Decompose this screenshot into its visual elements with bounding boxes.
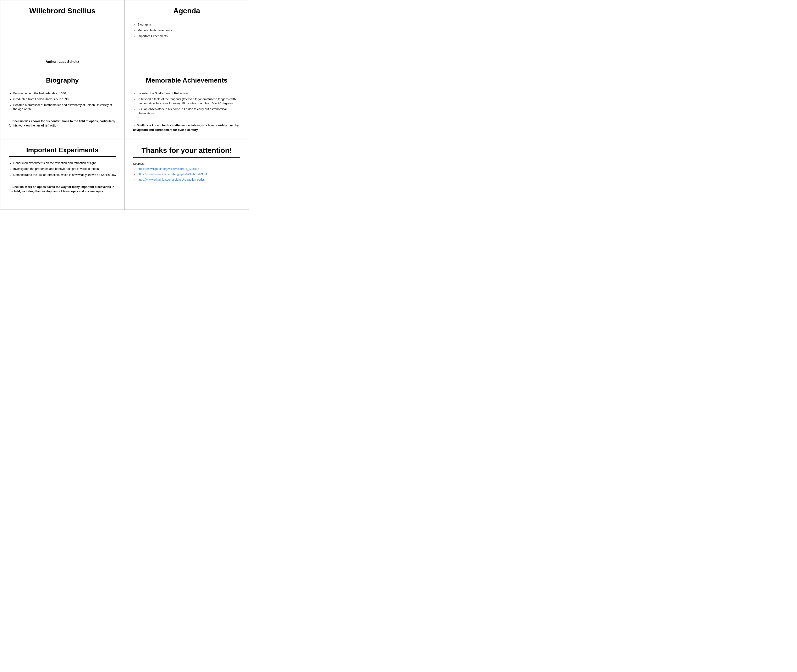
- experiments-title: Important Experiments: [9, 146, 116, 157]
- slide-2-agenda: Agenda Biography Memorable Achievements …: [125, 0, 249, 70]
- author-label: Author: Luca Schultz: [9, 60, 116, 64]
- experiments-item-2: Investigated the properties and behavior…: [13, 167, 116, 171]
- achievements-item-1: Invented the Snell's Law of Refraction: [138, 91, 241, 95]
- achievements-item-2: Published a table of the tangents (tafel…: [138, 97, 241, 106]
- thanks-title: Thanks for your attention!: [133, 146, 241, 158]
- slide-4-achievements: Memorable Achievements Invented the Snel…: [125, 70, 249, 140]
- slide-1-title: Willebrord Snellius Author: Luca Schultz: [0, 0, 125, 70]
- source-item-2: https://www.britannica.com/biography/Wil…: [138, 172, 207, 176]
- agenda-item-2: Memorable Achievements: [138, 28, 172, 32]
- sources-list: https://en.wikipedia.org/wiki/Willebrord…: [133, 167, 207, 183]
- achievements-list: Invented the Snell's Law of Refraction P…: [133, 91, 241, 117]
- experiments-item-3: Demonstrated the law of refraction, whic…: [13, 173, 116, 177]
- experiments-list: Conducted experiments on the reflection …: [9, 161, 116, 178]
- experiments-summary: → Snellius' work on optics paved the way…: [9, 185, 116, 194]
- source-link-1[interactable]: https://en.wikipedia.org/wiki/Willebrord…: [138, 167, 199, 171]
- biography-item-1: Born in Leiden, the Netherlands in 1580: [13, 91, 116, 95]
- achievements-item-3: Built an observatory in his home in Leid…: [138, 107, 241, 115]
- source-item-1: https://en.wikipedia.org/wiki/Willebrord…: [138, 167, 207, 171]
- biography-title: Biography: [9, 77, 116, 87]
- source-item-3: https://www.britannica.com/science/refra…: [138, 178, 207, 182]
- agenda-list: Biography Memorable Achievements Importa…: [133, 22, 172, 40]
- source-link-3[interactable]: https://www.britannica.com/science/refra…: [138, 178, 205, 181]
- agenda-item-3: Important Experiments: [138, 34, 172, 38]
- agenda-title: Agenda: [133, 6, 241, 18]
- biography-list: Born in Leiden, the Netherlands in 1580 …: [9, 91, 116, 113]
- experiments-item-1: Conducted experiments on the reflection …: [13, 161, 116, 165]
- achievements-title: Memorable Achievements: [133, 77, 241, 87]
- biography-item-3: Became a professor of mathematics and as…: [13, 103, 116, 111]
- slide-5-experiments: Important Experiments Conducted experime…: [0, 140, 125, 210]
- sources-label: Sources:: [133, 162, 145, 165]
- presentation-grid: Willebrord Snellius Author: Luca Schultz…: [0, 0, 249, 210]
- slide-3-biography: Biography Born in Leiden, the Netherland…: [0, 70, 125, 140]
- biography-summary: → Snellius was known for his contributio…: [9, 119, 116, 128]
- biography-item-2: Graduated from Leiden University in 1598: [13, 97, 116, 101]
- source-link-2[interactable]: https://www.britannica.com/biography/Wil…: [138, 173, 207, 176]
- slide-6-thanks: Thanks for your attention! Sources: http…: [125, 140, 249, 210]
- main-title: Willebrord Snellius: [9, 6, 116, 18]
- agenda-item-1: Biography: [138, 22, 172, 27]
- achievements-summary: → Snellius is known for his mathematical…: [133, 123, 241, 132]
